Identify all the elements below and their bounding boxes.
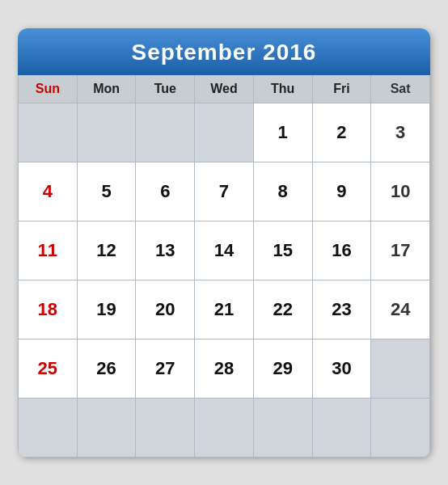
day-empty <box>371 340 429 398</box>
day-empty <box>254 399 312 457</box>
day-empty <box>136 399 194 457</box>
day-empty <box>78 103 136 162</box>
day-24[interactable]: 24 <box>371 280 429 339</box>
day-25[interactable]: 25 <box>19 340 77 398</box>
day-15[interactable]: 15 <box>254 221 312 280</box>
day-header-thu: Thu <box>254 75 312 103</box>
day-empty <box>195 103 253 162</box>
day-header-wed: Wed <box>195 75 253 103</box>
day-header-tue: Tue <box>136 75 194 103</box>
day-13[interactable]: 13 <box>136 221 194 280</box>
day-10[interactable]: 10 <box>371 162 429 221</box>
day-7[interactable]: 7 <box>195 162 253 221</box>
day-22[interactable]: 22 <box>254 280 312 339</box>
day-empty <box>78 399 136 457</box>
calendar: September 2016 SunMonTueWedThuFriSat1234… <box>18 28 430 458</box>
day-28[interactable]: 28 <box>195 340 253 398</box>
day-30[interactable]: 30 <box>313 340 371 398</box>
day-29[interactable]: 29 <box>254 340 312 398</box>
day-header-fri: Fri <box>313 75 371 103</box>
day-2[interactable]: 2 <box>313 103 371 162</box>
day-3[interactable]: 3 <box>371 103 429 162</box>
day-26[interactable]: 26 <box>78 340 136 398</box>
day-header-mon: Mon <box>78 75 136 103</box>
day-header-sat: Sat <box>371 75 429 103</box>
day-empty <box>313 399 371 457</box>
calendar-title: September 2016 <box>18 40 430 65</box>
day-11[interactable]: 11 <box>19 221 77 280</box>
day-14[interactable]: 14 <box>195 221 253 280</box>
day-6[interactable]: 6 <box>136 162 194 221</box>
day-12[interactable]: 12 <box>78 221 136 280</box>
day-17[interactable]: 17 <box>371 221 429 280</box>
calendar-header: September 2016 <box>18 28 430 75</box>
day-empty <box>19 103 77 162</box>
day-8[interactable]: 8 <box>254 162 312 221</box>
day-5[interactable]: 5 <box>78 162 136 221</box>
day-27[interactable]: 27 <box>136 340 194 398</box>
day-20[interactable]: 20 <box>136 280 194 339</box>
calendar-grid: SunMonTueWedThuFriSat1234567891011121314… <box>18 75 430 458</box>
day-19[interactable]: 19 <box>78 280 136 339</box>
day-21[interactable]: 21 <box>195 280 253 339</box>
day-empty <box>371 399 429 457</box>
day-18[interactable]: 18 <box>19 280 77 339</box>
day-1[interactable]: 1 <box>254 103 312 162</box>
day-empty <box>195 399 253 457</box>
day-16[interactable]: 16 <box>313 221 371 280</box>
day-empty <box>19 399 77 457</box>
day-23[interactable]: 23 <box>313 280 371 339</box>
day-9[interactable]: 9 <box>313 162 371 221</box>
day-empty <box>136 103 194 162</box>
day-header-sun: Sun <box>19 75 77 103</box>
day-4[interactable]: 4 <box>19 162 77 221</box>
